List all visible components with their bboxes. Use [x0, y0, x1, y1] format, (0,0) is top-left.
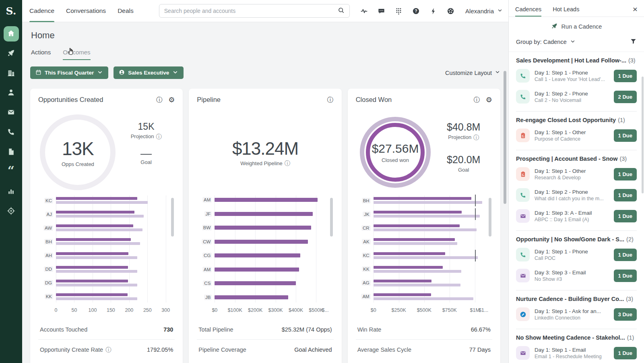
cadence-step[interactable]: Day 1: Step 2 - PhoneWhat did I catch yo… [516, 185, 637, 205]
info-icon[interactable]: ⓘ [156, 97, 163, 103]
due-badge[interactable]: 1 Due [614, 129, 637, 142]
bar-weighted-pipeline[interactable] [215, 295, 288, 299]
search-icon[interactable] [338, 7, 345, 15]
bar-opps-created[interactable] [56, 293, 128, 296]
dialpad-icon[interactable] [394, 6, 403, 15]
bar-closed-won[interactable] [374, 238, 455, 241]
bar-closed-won[interactable] [374, 293, 431, 296]
cadence-group-title[interactable]: Opportunity | No Show/Gone Dark - S...(2… [516, 236, 637, 243]
bar-projection[interactable] [56, 284, 137, 286]
sidebar-item-rocket[interactable] [4, 46, 19, 61]
bar-weighted-pipeline[interactable] [215, 240, 308, 244]
cadence-step[interactable]: Day 1: Step 1 - Ask for an...LinkedIn Co… [516, 304, 637, 325]
bar-weighted-pipeline[interactable] [215, 281, 295, 285]
close-icon[interactable]: × [633, 5, 638, 17]
bar-projection[interactable] [56, 270, 137, 273]
cadence-group-title[interactable]: Sales Development | Hot Lead Follow-...(… [516, 57, 637, 64]
bar-projection[interactable] [374, 297, 474, 300]
due-badge[interactable]: 1 Due [614, 249, 637, 261]
tab-cadences[interactable]: Cadences [515, 6, 541, 17]
bar-projection[interactable] [374, 242, 458, 245]
cadence-step[interactable]: Day 1: Step 1 - EmailEmail 1 - Reschedul… [516, 342, 637, 363]
bar-closed-won[interactable] [374, 224, 460, 227]
run-a-cadence-button[interactable]: Run a Cadence [509, 19, 644, 35]
cadence-step[interactable]: Day 1: Step 1 - OtherResearch & Develop1… [516, 164, 637, 185]
chart-scrollbar[interactable] [330, 198, 333, 236]
bar-opps-created[interactable] [56, 238, 131, 241]
help-icon[interactable]: ? [411, 6, 420, 15]
bar-projection[interactable] [56, 201, 148, 204]
cadence-step[interactable]: Day 1: Step 1 - PhoneCall 1 - Leave Your… [516, 65, 637, 86]
info-icon[interactable]: ⓘ [327, 97, 334, 103]
bar-projection[interactable] [374, 256, 478, 259]
gear-icon[interactable]: ⚙ [486, 96, 492, 104]
user-menu[interactable]: Alexandria [465, 8, 503, 15]
bar-projection[interactable] [374, 270, 461, 273]
tab-outcomes[interactable]: Outcomes [63, 49, 90, 60]
due-badge[interactable]: 1 Due [614, 168, 637, 180]
lightning-icon[interactable] [429, 6, 438, 15]
sidebar-item-target[interactable] [4, 204, 19, 219]
tab-actions[interactable]: Actions [31, 49, 51, 60]
bar-opps-created[interactable] [56, 280, 128, 282]
top-nav-conversations[interactable]: Conversations [66, 0, 106, 22]
sidebar-item-home[interactable] [4, 26, 19, 41]
group-by-dropdown[interactable]: Group by: Cadence [516, 39, 567, 45]
due-badge[interactable]: 3 Due [614, 308, 637, 321]
sidebar-item-documents[interactable] [4, 145, 19, 160]
bar-opps-created[interactable] [56, 197, 137, 200]
due-badge[interactable]: 2 Due [614, 91, 637, 103]
role-filter-button[interactable]: Sales Executive [114, 66, 184, 79]
cadence-group-title[interactable]: Prospecting | Account Based - Snow(3) [516, 156, 637, 162]
cadence-group-title[interactable]: Re-engage Closed Lost Opportunity(1) [516, 117, 637, 123]
bar-weighted-pipeline[interactable] [215, 226, 311, 230]
bar-projection[interactable] [56, 297, 137, 300]
bar-opps-created[interactable] [56, 252, 128, 255]
info-icon[interactable]: ⓘ [105, 347, 111, 353]
bar-projection[interactable] [56, 242, 140, 245]
customize-layout-button[interactable]: Customize Layout [445, 69, 500, 76]
bar-projection[interactable] [374, 284, 461, 286]
info-icon[interactable]: ⓘ [285, 160, 290, 166]
bar-projection[interactable] [56, 256, 137, 259]
sidebar-item-email[interactable] [4, 105, 19, 120]
bar-closed-won[interactable] [374, 252, 446, 255]
due-badge[interactable]: 1 Due [614, 270, 637, 282]
sidebar-item-people[interactable] [4, 85, 19, 101]
search-box[interactable] [159, 4, 350, 18]
due-badge[interactable]: 1 Due [614, 189, 637, 201]
sidebar-item-quotes[interactable]: “ [4, 164, 19, 180]
cadence-step[interactable]: Day 1: Step 1 - OtherPurpose of Cadence1… [516, 125, 637, 146]
info-icon[interactable]: ⓘ [474, 97, 480, 103]
due-badge[interactable]: 1 Due [614, 347, 637, 359]
bar-weighted-pipeline[interactable] [215, 212, 313, 216]
bar-opps-created[interactable] [56, 266, 128, 269]
info-icon[interactable]: ⓘ [156, 134, 161, 139]
cadence-group-title[interactable]: Nurture Cadence - Building Buyer Co...(3… [516, 296, 637, 302]
cadence-step[interactable]: Day 1: Step 2 - PhoneCall 2 - No Voicema… [516, 86, 637, 107]
dialer-wheel-icon[interactable] [446, 6, 455, 15]
due-badge[interactable]: 1 Due [614, 210, 637, 222]
search-input[interactable] [164, 8, 338, 14]
panel-scrollbar-thumb[interactable] [642, 77, 644, 193]
app-logo[interactable]: S. [0, 0, 22, 22]
cadence-step[interactable]: Day 1: Step 1 - PhoneCall POC1 Due [516, 244, 637, 265]
date-filter-button[interactable]: This Fiscal Quarter [30, 66, 108, 79]
top-nav-deals[interactable]: Deals [118, 0, 134, 22]
activity-icon[interactable] [359, 6, 368, 15]
info-icon[interactable]: ⓘ [473, 135, 479, 140]
bar-weighted-pipeline[interactable] [215, 253, 300, 257]
bar-opps-created[interactable] [56, 224, 133, 227]
chart-scrollbar[interactable] [171, 198, 174, 236]
bar-opps-created[interactable] [56, 211, 134, 214]
cadence-step[interactable]: Day 1: Step 3: A - EmailABPC :: Day 1 Em… [516, 205, 637, 226]
chart-scrollbar[interactable] [489, 198, 491, 236]
gear-icon[interactable]: ⚙ [168, 96, 175, 104]
bar-projection[interactable] [56, 228, 142, 231]
sidebar-item-phone[interactable] [4, 125, 19, 140]
filter-funnel-icon[interactable] [630, 38, 637, 46]
bar-closed-won[interactable] [374, 280, 432, 282]
due-badge[interactable]: 1 Due [614, 70, 637, 82]
sidebar-item-accounts[interactable] [4, 66, 19, 81]
cadence-group-title[interactable]: No Show Meeting Cadence - Stakehol...(1) [516, 334, 637, 341]
